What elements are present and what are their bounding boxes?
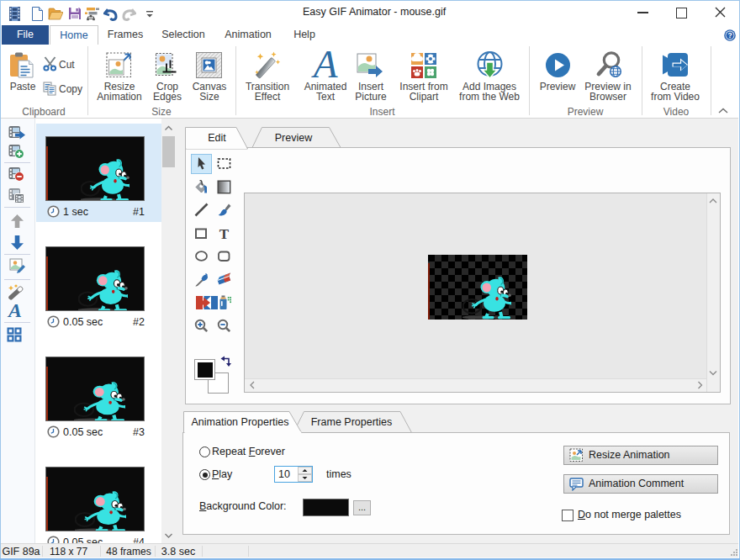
svg-text:?: ? — [727, 31, 732, 40]
svg-text:T: T — [219, 226, 230, 240]
